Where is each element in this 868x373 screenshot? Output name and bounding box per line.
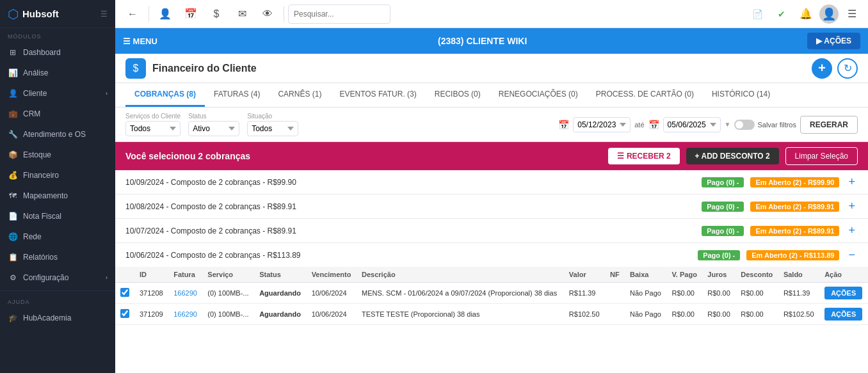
sidebar-item-atendimento[interactable]: 🔧 Atendimento e OS: [0, 124, 115, 145]
tab-faturas[interactable]: FATURAS (4): [205, 83, 269, 107]
sidebar-item-relatorios[interactable]: 📋 Relatórios: [0, 247, 115, 267]
sidebar-item-analise[interactable]: 📊 Análise: [0, 63, 115, 83]
pdf-icon-button[interactable]: 📄: [746, 3, 768, 25]
date-to-input[interactable]: [663, 117, 721, 132]
limpar-selecao-button[interactable]: Limpar Seleção: [785, 147, 858, 165]
fatura-link[interactable]: 166290: [173, 289, 197, 297]
col-vpago: V. Pago: [667, 267, 703, 283]
sidebar-item-mapeamento[interactable]: 🗺 Mapeamento: [0, 186, 115, 206]
fatura-link[interactable]: 166290: [173, 310, 197, 318]
acoes-button[interactable]: ▶ AÇÕES: [807, 33, 860, 49]
sidebar-item-hubacademia[interactable]: 🎓 HubAcademia: [0, 308, 115, 328]
mail-icon-button[interactable]: ✉: [230, 2, 254, 26]
save-filters-toggle[interactable]: Salvar filtros: [734, 120, 796, 130]
sidebar-collapse-icon[interactable]: ☰: [100, 10, 108, 19]
row-checkbox[interactable]: [120, 309, 129, 318]
cell-valor: R$102.50: [564, 304, 605, 325]
sidebar-divider: [0, 290, 115, 291]
back-button[interactable]: ←: [120, 2, 145, 26]
dollar-icon-button[interactable]: $: [204, 2, 229, 26]
sidebar-item-label: Atendimento e OS: [23, 130, 86, 139]
regerar-button[interactable]: REGERAR: [800, 116, 858, 134]
tab-process-cartao[interactable]: PROCESS. DE CARTÃO (0): [587, 83, 703, 107]
receber-icon: ☰: [617, 152, 624, 161]
sidebar-item-rede[interactable]: 🌐 Rede: [0, 226, 115, 247]
cobranca-row[interactable]: 10/07/2024 - Composto de 2 cobranças - R…: [115, 219, 868, 243]
hubsoft-logo-icon: ⬡: [8, 6, 19, 22]
expand-button[interactable]: +: [846, 224, 858, 237]
sidebar-item-label: CRM: [23, 109, 40, 118]
notification-icon-button[interactable]: 🔔: [795, 3, 817, 25]
add-button[interactable]: +: [812, 58, 832, 79]
sidebar-item-financeiro[interactable]: 💰 Financeiro: [0, 165, 115, 186]
filter-dropdown-icon: ▼: [725, 121, 731, 128]
sidebar-item-label: Análise: [23, 68, 48, 77]
cobranca-row[interactable]: 10/06/2024 - Composto de 2 cobranças - R…: [115, 243, 868, 267]
tab-recibos[interactable]: RECIBOS (0): [426, 83, 490, 107]
tab-renegociacoes[interactable]: RENEGOCIAÇÕES (0): [490, 83, 587, 107]
col-descricao: Descrição: [357, 267, 564, 283]
cell-acao[interactable]: AÇÕES: [819, 283, 868, 304]
date-from-input[interactable]: [573, 117, 631, 132]
tab-cobrancas[interactable]: COBRANÇAS (8): [125, 83, 205, 107]
cobranca-row[interactable]: 10/09/2024 - Composto de 2 cobranças - R…: [115, 170, 868, 194]
refresh-button[interactable]: ↻: [837, 58, 858, 79]
service-select[interactable]: Todos: [125, 121, 181, 136]
col-baixa: Baixa: [625, 267, 666, 283]
search-input[interactable]: [288, 4, 390, 24]
menu-bar-right: ▶ AÇÕES: [807, 33, 860, 49]
menu-icon-button[interactable]: ☰: [841, 3, 863, 25]
sidebar-item-label: Estoque: [23, 150, 51, 159]
sidebar-item-label: Cliente: [23, 89, 47, 98]
cell-juros: R$0.00: [702, 304, 735, 325]
menu-button[interactable]: ☰ MENU: [123, 36, 157, 46]
cell-vencimento: 10/06/2024: [307, 304, 357, 325]
add-desconto-button[interactable]: + ADD DESCONTO 2: [686, 148, 779, 164]
cell-fatura[interactable]: 166290: [168, 283, 202, 304]
expand-button[interactable]: +: [846, 175, 858, 189]
row-checkbox-cell[interactable]: [115, 283, 134, 304]
sidebar-item-estoque[interactable]: 📦 Estoque: [0, 145, 115, 165]
cliente-icon: 👤: [8, 88, 18, 99]
dashboard-icon: ⊞: [8, 47, 18, 58]
table-row: 371208 166290 (0) 100MB-... Aguardando 1…: [115, 283, 868, 304]
tab-carnes[interactable]: CARNÊS (1): [269, 83, 330, 107]
toggle-track[interactable]: [734, 120, 755, 130]
collapse-button[interactable]: −: [846, 248, 858, 262]
cell-fatura[interactable]: 166290: [168, 304, 202, 325]
cell-acao[interactable]: AÇÕES: [819, 304, 868, 325]
avatar[interactable]: 👤: [819, 4, 839, 24]
row-acoes-button[interactable]: AÇÕES: [824, 308, 862, 321]
analise-icon: 📊: [8, 68, 18, 78]
cobranca-info: 10/09/2024 - Composto de 2 cobranças - R…: [125, 178, 695, 187]
cobranca-row[interactable]: 10/08/2024 - Composto de 2 cobranças - R…: [115, 194, 868, 219]
expand-button[interactable]: +: [846, 200, 858, 213]
sidebar-item-crm[interactable]: 💼 CRM: [0, 104, 115, 124]
row-checkbox[interactable]: [120, 288, 129, 297]
sidebar-item-configuracao[interactable]: ⚙ Configuração ›: [0, 267, 115, 288]
nota-fiscal-icon: 📄: [8, 211, 18, 221]
cell-valor: R$11.39: [564, 283, 605, 304]
sidebar-item-cliente[interactable]: 👤 Cliente ›: [0, 83, 115, 104]
status-label: Status: [188, 113, 239, 120]
status-select[interactable]: Ativo: [188, 121, 239, 136]
row-acoes-button[interactable]: AÇÕES: [824, 287, 862, 299]
tab-eventos-fatur[interactable]: EVENTOS FATUR. (3): [330, 83, 425, 107]
cobranca-detail-table: ID Fatura Serviço Status Vencimento Desc…: [115, 267, 868, 325]
page-header-actions: + ↻: [812, 58, 858, 79]
col-checkbox: [115, 267, 134, 283]
sidebar-item-dashboard[interactable]: ⊞ Dashboard: [0, 42, 115, 63]
calendar-icon-button[interactable]: 📅: [179, 2, 203, 26]
receber-button[interactable]: ☰ RECEBER 2: [608, 148, 680, 164]
user-icon-button[interactable]: 👤: [153, 2, 177, 26]
tab-historico[interactable]: HISTÓRICO (14): [703, 83, 779, 107]
sidebar-item-nota-fiscal[interactable]: 📄 Nota Fiscal: [0, 206, 115, 226]
eye-icon-button[interactable]: 👁: [255, 2, 280, 26]
filter-situation: Situação Todos: [247, 113, 298, 136]
col-desconto: Desconto: [735, 267, 778, 283]
situation-select[interactable]: Todos: [247, 121, 298, 136]
filter-service: Serviços do Cliente Todos: [125, 113, 181, 136]
cobranca-info: 10/07/2024 - Composto de 2 cobranças - R…: [125, 226, 695, 235]
row-checkbox-cell[interactable]: [115, 304, 134, 325]
check-icon-button[interactable]: ✔: [771, 3, 792, 25]
